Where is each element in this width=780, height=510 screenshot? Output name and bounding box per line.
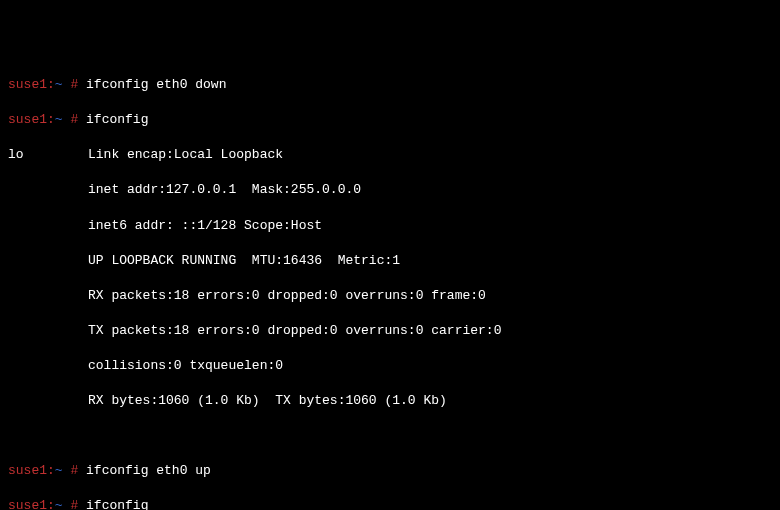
command-text: ifconfig xyxy=(78,112,148,127)
prompt-line[interactable]: suse1:~ # ifconfig eth0 down xyxy=(8,76,772,94)
output-line: RX bytes:1060 (1.0 Kb) TX bytes:1060 (1.… xyxy=(8,392,772,410)
output-line: UP LOOPBACK RUNNING MTU:16436 Metric:1 xyxy=(8,252,772,270)
tilde: ~ xyxy=(55,112,63,127)
output-text: Link encap:Local Loopback xyxy=(88,147,283,162)
output-line: TX packets:18 errors:0 dropped:0 overrun… xyxy=(8,322,772,340)
hostname: suse1: xyxy=(8,112,55,127)
output-line: loLink encap:Local Loopback xyxy=(8,146,772,164)
tilde: ~ xyxy=(55,77,63,92)
output-line: collisions:0 txqueuelen:0 xyxy=(8,357,772,375)
output-line: RX packets:18 errors:0 dropped:0 overrun… xyxy=(8,287,772,305)
command-text: ifconfig xyxy=(78,498,148,510)
command-text: ifconfig eth0 down xyxy=(78,77,226,92)
output-line: inet addr:127.0.0.1 Mask:255.0.0.0 xyxy=(8,181,772,199)
prompt-line[interactable]: suse1:~ # ifconfig xyxy=(8,497,772,510)
iface-name: lo xyxy=(8,146,88,164)
prompt-line[interactable]: suse1:~ # ifconfig eth0 up xyxy=(8,462,772,480)
hash: # xyxy=(63,463,79,478)
hash: # xyxy=(63,77,79,92)
hostname: suse1: xyxy=(8,463,55,478)
blank-line xyxy=(8,427,772,445)
hostname: suse1: xyxy=(8,498,55,510)
hash: # xyxy=(63,112,79,127)
hostname: suse1: xyxy=(8,77,55,92)
tilde: ~ xyxy=(55,498,63,510)
command-text: ifconfig eth0 up xyxy=(78,463,211,478)
prompt-line[interactable]: suse1:~ # ifconfig xyxy=(8,111,772,129)
output-line: inet6 addr: ::1/128 Scope:Host xyxy=(8,217,772,235)
hash: # xyxy=(63,498,79,510)
tilde: ~ xyxy=(55,463,63,478)
